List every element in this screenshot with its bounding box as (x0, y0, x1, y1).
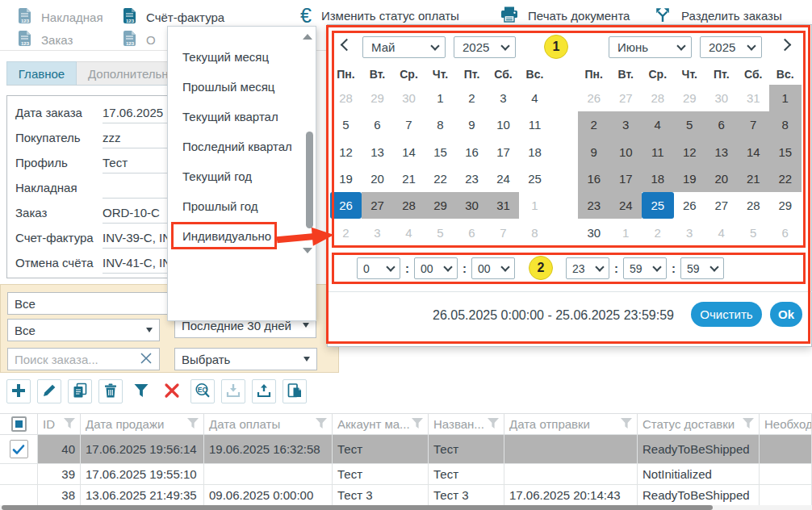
menu-item[interactable]: Текущий месяц (168, 42, 303, 72)
end-time-select[interactable]: 23 (566, 257, 609, 279)
select-all-cell[interactable] (0, 414, 38, 434)
paste-button[interactable] (283, 379, 307, 403)
calendar-day[interactable]: 5 (674, 111, 706, 138)
calendar-day[interactable]: 11 (519, 111, 550, 138)
left-month-select[interactable]: Май (362, 36, 446, 58)
calendar-day[interactable]: 28 (330, 85, 362, 111)
ok-button[interactable]: Ok (770, 302, 802, 327)
calendar-day[interactable]: 2 (578, 111, 610, 138)
calendar-day[interactable]: 1 (610, 219, 642, 245)
funnel-icon[interactable] (621, 417, 632, 431)
menu-item[interactable]: Индивидуально (171, 222, 277, 249)
funnel-icon[interactable] (316, 417, 327, 431)
calendar-day[interactable]: 3 (674, 219, 706, 245)
calendar-day[interactable]: 2 (456, 85, 488, 111)
table-row[interactable]: 3813.06.2025 21:49:3509.06.2025 0:00:00Т… (0, 485, 812, 506)
calendar-day[interactable]: 3 (610, 111, 642, 138)
tab-additional[interactable]: Дополнительн (77, 61, 167, 86)
calendar-day[interactable]: 1 (519, 192, 550, 219)
calendar-day[interactable]: 26 (578, 85, 610, 111)
toolbar-item-order[interactable]: 123 Заказ (18, 29, 73, 50)
calendar-day[interactable]: 8 (769, 111, 802, 138)
calendar-day[interactable]: 18 (642, 165, 674, 192)
add-button[interactable] (6, 379, 31, 403)
column-header[interactable]: Дата продажи (81, 414, 204, 434)
calendar-day[interactable]: 13 (362, 139, 393, 165)
clear-search-icon[interactable] (140, 352, 153, 367)
calendar-day[interactable]: 27 (705, 192, 738, 219)
edit-button[interactable] (37, 379, 61, 403)
calendar-day[interactable]: 12 (330, 139, 362, 165)
calendar-day[interactable]: 1 (425, 85, 456, 111)
calendar-day[interactable]: 16 (578, 165, 610, 192)
row-checkbox[interactable] (10, 440, 28, 458)
calendar-day[interactable]: 13 (705, 139, 738, 165)
calendar-day[interactable]: 30 (456, 192, 488, 219)
scrollbar-thumb[interactable] (306, 132, 313, 228)
prev-month-icon[interactable] (341, 39, 354, 52)
calendar-day[interactable]: 11 (642, 139, 674, 165)
end-time-select[interactable]: 59 (623, 257, 667, 279)
calendar-day[interactable]: 21 (738, 165, 770, 192)
calendar-day[interactable]: 10 (610, 139, 642, 165)
table-row[interactable]: 4017.06.2025 19:56:1419.06.2025 16:32:58… (0, 435, 812, 464)
calendar-day[interactable]: 5 (330, 111, 362, 138)
delete-button[interactable] (98, 379, 123, 403)
calendar-day[interactable]: 16 (456, 139, 488, 165)
calendar-day[interactable]: 6 (362, 111, 393, 138)
calendar-day[interactable]: 30 (705, 85, 738, 111)
funnel-icon[interactable] (64, 417, 75, 431)
toolbar-item-print-document[interactable]: Печать документа (500, 5, 630, 26)
end-time-select[interactable]: 59 (680, 257, 724, 279)
calendar-day[interactable]: 15 (425, 139, 456, 165)
calendar-day[interactable]: 6 (456, 219, 488, 245)
tab-main[interactable]: Главное (6, 61, 77, 86)
calendar-day[interactable]: 1 (769, 85, 802, 111)
calendar-day[interactable]: 7 (393, 111, 425, 138)
table-row[interactable]: 3917.06.2025 19:55:10ТестТестNotInitiali… (0, 464, 812, 485)
calendar-day[interactable]: 6 (769, 219, 802, 245)
clear-filter-button[interactable] (160, 379, 184, 403)
toolbar-item-order2[interactable]: 123 О (123, 29, 156, 50)
calendar-day[interactable]: 7 (738, 111, 770, 138)
calendar-day[interactable]: 30 (393, 85, 425, 111)
calendar-day[interactable]: 9 (456, 111, 488, 138)
menu-item[interactable]: Последний квартал (168, 132, 303, 161)
select-all-checkbox[interactable] (11, 416, 27, 432)
calendar-day[interactable]: 5 (738, 219, 770, 245)
calendar-day[interactable]: 29 (674, 85, 706, 111)
calendar-day[interactable]: 27 (610, 85, 642, 111)
calendar-day[interactable]: 31 (738, 85, 770, 111)
calendar-day[interactable]: 19 (674, 165, 706, 192)
scroll-up-icon[interactable] (303, 34, 312, 40)
column-header[interactable]: ID (38, 414, 81, 434)
calendar-day[interactable]: 14 (393, 139, 425, 165)
calendar-day[interactable]: 2 (642, 219, 674, 245)
funnel-icon[interactable] (743, 417, 754, 431)
calendar-day[interactable]: 25 (642, 192, 674, 219)
calendar-day[interactable]: 22 (425, 165, 456, 192)
calendar-day[interactable]: 26 (330, 192, 362, 219)
calendar-day[interactable]: 5 (425, 219, 456, 245)
calendar-day[interactable]: 26 (674, 192, 706, 219)
calendar-day[interactable]: 24 (488, 165, 519, 192)
choose-select[interactable]: Выбрать (174, 348, 317, 370)
column-header[interactable]: Аккаунт ма... (333, 414, 429, 434)
calendar-day[interactable]: 29 (362, 85, 393, 111)
calendar-day[interactable]: 21 (393, 165, 425, 192)
clear-button[interactable]: Очистить (691, 302, 762, 327)
toolbar-item-invoice[interactable]: 123 Счёт-фактура (123, 6, 224, 27)
calendar-day[interactable]: 4 (705, 219, 738, 245)
calendar-day[interactable]: 7 (488, 219, 519, 245)
filter-button[interactable] (129, 379, 153, 403)
right-year-select[interactable]: 2025 (700, 36, 762, 58)
type-select[interactable]: Все (7, 319, 160, 341)
calendar-day[interactable]: 17 (488, 139, 519, 165)
calendar-day[interactable]: 28 (393, 192, 425, 219)
calendar-day[interactable]: 20 (362, 165, 393, 192)
calendar-day[interactable]: 23 (578, 192, 610, 219)
row-checkbox-cell[interactable] (0, 435, 38, 463)
export-button[interactable] (252, 379, 276, 403)
calendar-day[interactable]: 19 (330, 165, 362, 192)
toolbar-item-invoice-note[interactable]: 123 Накладная (18, 6, 103, 27)
